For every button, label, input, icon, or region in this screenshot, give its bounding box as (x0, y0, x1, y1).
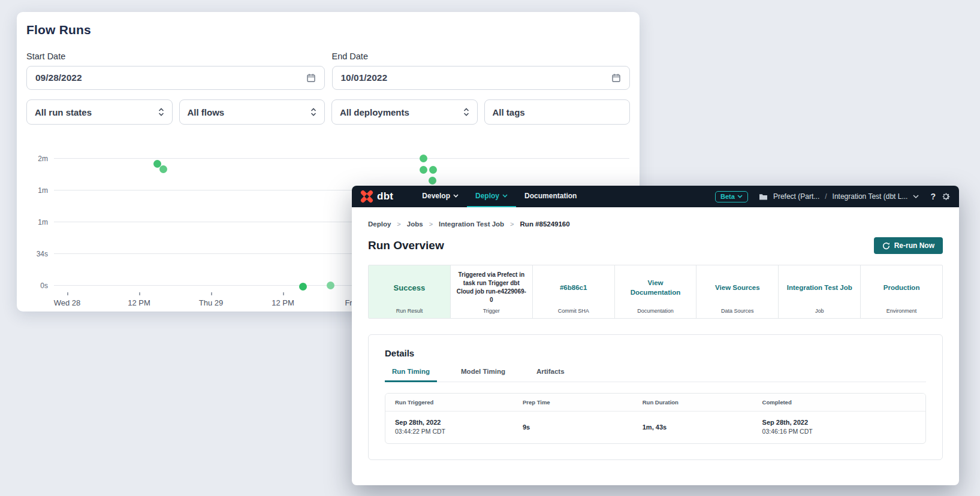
select-value: All tags (493, 107, 622, 117)
table-cell: Sep 28th, 202203:44:22 PM CDT (395, 419, 523, 435)
x-tick-label: Wed 28 (46, 298, 88, 307)
cell-main-value: 1m, 43s (643, 424, 762, 431)
y-tick-label: 1m (17, 186, 48, 195)
beta-badge[interactable]: Beta (715, 191, 748, 202)
y-tick-label: 0s (17, 282, 48, 290)
select-value: All deployments (340, 107, 463, 117)
chevron-updown-icon (463, 108, 469, 116)
nav-item-label: Deploy (475, 192, 499, 200)
start-date-input[interactable]: 09/28/2022 (26, 66, 325, 90)
folder-icon (759, 193, 768, 201)
summary-card-commit-sha[interactable]: #6b86c1Commit SHA (533, 265, 615, 318)
summary-card-job[interactable]: Integration Test JobJob (779, 265, 861, 318)
rerun-now-button[interactable]: Re-run Now (874, 237, 943, 254)
breadcrumb-item: Run #85249160 (520, 220, 570, 228)
card-label: Environment (861, 308, 942, 314)
flow-run-point[interactable] (429, 166, 437, 174)
card-label: Commit SHA (533, 308, 614, 314)
breadcrumb-item[interactable]: Integration Test Job (439, 220, 504, 228)
card-label: Documentation (615, 308, 696, 314)
flow-run-point[interactable] (299, 283, 307, 291)
dbt-brand-text: dbt (377, 190, 393, 202)
project-selector[interactable]: Prefect (Part... (773, 192, 819, 201)
start-date-value: 09/28/2022 (35, 72, 306, 83)
tab-run-timing[interactable]: Run Timing (385, 368, 437, 382)
table-header-cell: Run Triggered (395, 399, 523, 406)
run-timing-table: Run TriggeredPrep TimeRun DurationComple… (385, 393, 926, 444)
dbt-navbar: dbt DevelopDeployDocumentation Beta Pref… (352, 186, 959, 207)
end-date-label: End Date (332, 52, 631, 61)
flow-run-point[interactable] (327, 282, 334, 289)
table-header-cell: Prep Time (523, 399, 643, 406)
end-date-input[interactable]: 10/01/2022 (332, 66, 631, 90)
table-header-cell: Run Duration (643, 399, 762, 406)
x-tick-label: 12 PM (118, 298, 160, 307)
nav-item-label: Documentation (524, 192, 577, 200)
tab-model-timing[interactable]: Model Timing (454, 368, 512, 382)
breadcrumb-separator: > (429, 220, 433, 228)
breadcrumb-separator: > (397, 220, 400, 228)
end-date-value: 10/01/2022 (341, 72, 612, 83)
calendar-icon[interactable] (611, 73, 621, 83)
card-value[interactable]: View Documentation (630, 278, 682, 297)
card-label: Data Sources (696, 308, 778, 314)
cell-main-value: 9s (523, 424, 643, 431)
dbt-logo-icon (360, 190, 373, 203)
card-value[interactable]: View Sources (715, 283, 760, 292)
card-label: Job (779, 308, 860, 314)
summary-card-run-result: SuccessRun Result (369, 265, 451, 318)
deployments-select[interactable]: All deployments (331, 99, 478, 125)
y-tick-label: 34s (17, 250, 48, 258)
calendar-icon[interactable] (306, 73, 316, 83)
dbt-logo[interactable]: dbt (360, 190, 393, 203)
summary-card-data-sources[interactable]: View SourcesData Sources (696, 265, 779, 318)
summary-card-trigger: Triggered via Prefect in task run Trigge… (451, 265, 533, 318)
flow-run-point[interactable] (429, 177, 436, 185)
details-panel: Details Run TimingModel TimingArtifacts … (368, 334, 943, 460)
summary-card-environment[interactable]: ProductionEnvironment (861, 265, 942, 318)
run-states-select[interactable]: All run states (26, 99, 173, 125)
help-icon[interactable]: ? (930, 192, 936, 201)
cell-sub-value: 03:44:22 PM CDT (395, 428, 523, 435)
chevron-down-icon (913, 195, 919, 199)
environment-selector[interactable]: Integration Test (dbt L... (833, 192, 908, 201)
card-value[interactable]: #6b86c1 (560, 283, 587, 292)
table-row: Sep 28th, 202203:44:22 PM CDT9s1m, 43sSe… (385, 412, 925, 443)
rerun-now-label: Re-run Now (894, 241, 934, 250)
breadcrumb-separator: > (510, 220, 514, 228)
nav-item-deploy[interactable]: Deploy (467, 186, 516, 207)
flow-run-point[interactable] (420, 155, 427, 162)
card-value: Success (394, 283, 426, 292)
nav-item-label: Develop (422, 192, 450, 200)
project-env-separator: / (825, 192, 827, 201)
x-tick-mark (139, 292, 140, 295)
select-value: All run states (35, 107, 158, 117)
flows-select[interactable]: All flows (179, 99, 325, 125)
table-cell: 1m, 43s (643, 424, 762, 431)
card-value[interactable]: Production (883, 283, 920, 292)
flow-runs-title: Flow Runs (26, 23, 630, 37)
table-cell: Sep 28th, 202203:46:16 PM CDT (762, 419, 916, 435)
card-value[interactable]: Integration Test Job (787, 283, 852, 292)
tags-select[interactable]: All tags (484, 99, 631, 125)
x-tick-mark (283, 292, 284, 295)
flow-run-point[interactable] (420, 166, 427, 174)
tab-artifacts[interactable]: Artifacts (529, 368, 572, 382)
chevron-updown-icon (310, 108, 316, 116)
card-label: Trigger (451, 308, 532, 314)
breadcrumb: Deploy>Jobs>Integration Test Job>Run #85… (368, 220, 943, 228)
breadcrumb-item[interactable]: Jobs (407, 220, 423, 228)
nav-item-develop[interactable]: Develop (414, 186, 467, 207)
breadcrumb-item[interactable]: Deploy (368, 220, 391, 228)
flow-run-point[interactable] (159, 165, 167, 173)
gear-icon[interactable] (941, 192, 951, 201)
x-tick-mark (211, 292, 212, 295)
nav-item-documentation[interactable]: Documentation (516, 186, 585, 207)
x-tick-label: Thu 29 (190, 298, 232, 307)
summary-card-documentation[interactable]: View DocumentationDocumentation (615, 265, 697, 318)
dbt-cloud-window: dbt DevelopDeployDocumentation Beta Pref… (352, 186, 959, 485)
cell-sub-value: 03:46:16 PM CDT (762, 428, 916, 435)
x-tick-mark (67, 292, 68, 295)
refresh-icon (882, 242, 890, 250)
beta-label: Beta (720, 193, 735, 200)
